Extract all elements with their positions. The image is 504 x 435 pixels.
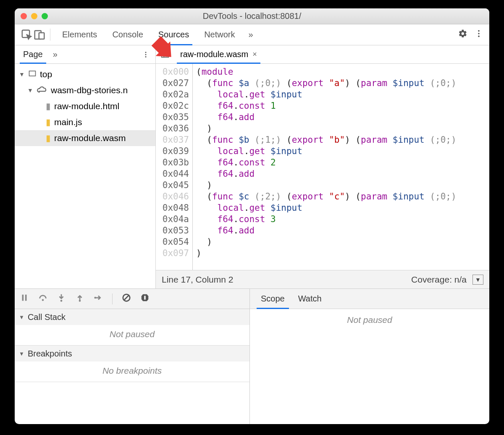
code-line[interactable]: ) <box>196 236 486 248</box>
code-line[interactable]: ) <box>196 248 486 259</box>
editor-status-bar: Line 17, Column 2 Coverage: n/a ▼ <box>156 270 489 288</box>
code-line[interactable]: (func $b (;1;) (export "b") (param $inpu… <box>196 134 486 146</box>
tree-file-selected[interactable]: ▮ raw-module.wasm <box>15 130 155 146</box>
gutter-address[interactable]: 0x045 <box>156 180 189 191</box>
chevron-down-icon: ▼ <box>19 71 25 78</box>
tab-network[interactable]: Network <box>197 24 242 45</box>
tree-top-frame[interactable]: ▼ top <box>15 66 155 82</box>
file-icon: ▮ <box>46 101 51 111</box>
code-line[interactable]: local.get $input <box>196 146 486 157</box>
tab-label: raw-module.wasm <box>180 50 248 59</box>
code-line[interactable]: (module <box>196 66 486 78</box>
section-title: Breakpoints <box>28 349 72 359</box>
gutter-address[interactable]: 0x000 <box>156 66 189 78</box>
editor-tab-raw-module[interactable]: raw-module.wasm × <box>174 45 263 63</box>
code-line[interactable]: f64.const 2 <box>196 157 486 168</box>
gutter-address[interactable]: 0x044 <box>156 168 189 180</box>
step-icon[interactable] <box>94 293 103 304</box>
gutter-address[interactable]: 0x053 <box>156 225 189 236</box>
code-line[interactable]: (func $c (;2;) (export "c") (param $inpu… <box>196 191 486 202</box>
code-content[interactable]: (module (func $a (;0;) (export "a") (par… <box>193 64 489 270</box>
code-line[interactable]: local.get $input <box>196 89 486 100</box>
close-tab-icon[interactable]: × <box>252 50 257 59</box>
gutter-address[interactable]: 0x097 <box>156 248 189 259</box>
section-header[interactable]: ▼ Breakpoints <box>15 346 249 362</box>
code-line[interactable]: f64.add <box>196 112 486 123</box>
coverage-dropdown-icon[interactable]: ▼ <box>472 275 483 285</box>
minimize-window-button[interactable] <box>31 13 37 19</box>
devtools-window: DevTools - localhost:8081/ Elements Cons… <box>15 8 489 424</box>
tree-label: raw-module.wasm <box>54 133 126 143</box>
chevron-down-icon: ▼ <box>27 87 33 94</box>
code-line[interactable]: f64.add <box>196 225 486 236</box>
svg-point-4 <box>478 33 480 34</box>
pause-on-exceptions-icon[interactable] <box>140 293 150 304</box>
separator <box>112 293 113 304</box>
wasm-file-icon: ▮ <box>46 133 51 143</box>
gutter-address[interactable]: 0x036 <box>156 123 189 134</box>
gutter-address[interactable]: 0x046 <box>156 191 189 202</box>
deactivate-breakpoints-icon[interactable] <box>122 293 131 304</box>
tree-file[interactable]: ▮ raw-module.html <box>15 98 155 114</box>
code-editor[interactable]: 0x0000x0270x02a0x02c0x0350x0360x0370x039… <box>156 64 489 270</box>
gutter-address[interactable]: 0x04a <box>156 214 189 225</box>
gutter-address[interactable]: 0x027 <box>156 78 189 89</box>
tree-file[interactable]: ▮ main.js <box>15 114 155 130</box>
svg-marker-10 <box>148 36 173 64</box>
coverage-label: Coverage: n/a <box>411 275 467 285</box>
svg-rect-9 <box>29 71 36 76</box>
tab-elements[interactable]: Elements <box>55 24 105 45</box>
editor-tabs: raw-module.wasm × <box>156 45 489 64</box>
scope-body: Not paused <box>250 309 489 331</box>
gutter-address[interactable]: 0x039 <box>156 146 189 157</box>
gutter-address[interactable]: 0x035 <box>156 112 189 123</box>
cloud-icon <box>37 85 47 96</box>
code-line[interactable]: f64.add <box>196 168 486 180</box>
tab-scope[interactable]: Scope <box>254 289 291 309</box>
file-tree: ▼ top ▼ wasm-dbg-stories.n ▮ raw-module.… <box>15 64 155 288</box>
svg-point-5 <box>478 36 480 37</box>
debugger-left-pane: ▼ Call Stack Not paused ▼ Breakpoints No… <box>15 289 250 424</box>
close-window-button[interactable] <box>21 13 27 19</box>
call-stack-section: ▼ Call Stack Not paused <box>15 309 249 346</box>
window-title: DevTools - localhost:8081/ <box>15 11 489 21</box>
line-number-gutter[interactable]: 0x0000x0270x02a0x02c0x0350x0360x0370x039… <box>156 64 193 270</box>
frame-icon <box>28 69 37 80</box>
tab-watch[interactable]: Watch <box>291 289 328 309</box>
svg-point-15 <box>60 300 63 302</box>
gutter-address[interactable]: 0x02a <box>156 89 189 100</box>
device-toolbar-icon[interactable] <box>33 24 46 45</box>
code-line[interactable]: local.get $input <box>196 202 486 214</box>
inspect-element-icon[interactable] <box>21 24 33 45</box>
pause-icon[interactable] <box>20 293 29 304</box>
gutter-address[interactable]: 0x048 <box>156 202 189 214</box>
code-line[interactable]: ) <box>196 180 486 191</box>
navigator-tab-page[interactable]: Page <box>17 45 49 63</box>
code-line[interactable]: ) <box>196 123 486 134</box>
svg-point-3 <box>478 30 480 32</box>
main-tabs: Elements Console Sources Network » <box>15 24 489 45</box>
code-line[interactable]: f64.const 1 <box>196 100 486 112</box>
gutter-address[interactable]: 0x037 <box>156 134 189 146</box>
navigator-tabs: Page » <box>15 45 155 64</box>
tabs-overflow-icon[interactable]: » <box>243 24 259 45</box>
tree-origin[interactable]: ▼ wasm-dbg-stories.n <box>15 82 155 98</box>
debugger-right-pane: Scope Watch Not paused <box>250 289 489 424</box>
more-options-icon[interactable] <box>474 29 483 40</box>
code-line[interactable]: (func $a (;0;) (export "a") (param $inpu… <box>196 78 486 89</box>
svg-rect-2 <box>39 33 45 39</box>
zoom-window-button[interactable] <box>42 13 48 19</box>
scope-tabs: Scope Watch <box>250 289 489 309</box>
gutter-address[interactable]: 0x02c <box>156 100 189 112</box>
code-line[interactable]: f64.const 3 <box>196 214 486 225</box>
navigator-tabs-overflow-icon[interactable]: » <box>49 45 62 63</box>
gutter-address[interactable]: 0x054 <box>156 236 189 248</box>
step-into-icon[interactable] <box>57 293 66 304</box>
traffic-lights <box>21 13 48 19</box>
svg-rect-12 <box>22 295 24 301</box>
settings-gear-icon[interactable] <box>458 29 467 40</box>
step-over-icon[interactable] <box>38 293 47 304</box>
step-out-icon[interactable] <box>75 293 84 304</box>
gutter-address[interactable]: 0x03b <box>156 157 189 168</box>
section-header[interactable]: ▼ Call Stack <box>15 309 249 325</box>
